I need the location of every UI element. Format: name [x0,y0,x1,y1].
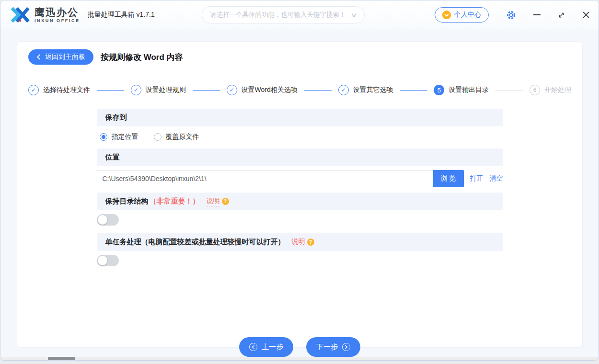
keep-structure-warning: （非常重要！） [150,197,200,206]
step-connector [193,90,220,91]
page-title: 按规则修改 Word 内容 [101,52,183,63]
close-button[interactable] [582,11,590,19]
keep-structure-toggle[interactable] [97,214,119,226]
desktop-strip [0,357,599,360]
chevron-left-icon [36,54,41,60]
prev-step-button[interactable]: 上一步 [239,337,293,357]
step-number: 5 [434,85,444,95]
location-input-row: 浏 览 打开 清空 [97,170,503,187]
single-task-title: 单任务处理（电脑配置较差或批量处理较慢时可以打开） [105,238,285,247]
step-2[interactable]: ✓设置处理规则 [131,85,186,95]
card-header: 返回到主面板 按规则修改 Word 内容 [17,42,582,72]
restore-button[interactable] [558,11,565,19]
step-connector [304,90,332,91]
page-body: 返回到主面板 按规则修改 Word 内容 ✓选择待处理文件✓设置处理规则✓设置W… [0,29,599,361]
radio-label: 覆盖原文件 [166,133,199,141]
titlebar-controls: 个人中心 [435,0,590,29]
single-task-help-link[interactable]: 说明 [292,238,305,247]
step-label: 设置处理规则 [146,86,186,94]
settings-gear-icon[interactable] [506,10,516,20]
circle-chevron-left-icon [249,343,257,351]
function-select[interactable]: 请选择一个具体的功能，也可输入关键字搜索！ ∨ [202,6,365,23]
toggle-knob [98,256,107,265]
step-label: 选择待处理文件 [43,86,90,94]
output-path-input[interactable] [97,170,433,187]
step-label: 开始处理 [544,86,571,94]
main-card: 返回到主面板 按规则修改 Word 内容 ✓选择待处理文件✓设置处理规则✓设置W… [17,41,583,348]
radio-label: 指定位置 [112,133,138,141]
save-to-header-label: 保存到 [105,113,127,122]
step-check-icon: ✓ [227,85,237,95]
location-header-label: 位置 [105,153,120,162]
browse-button[interactable]: 浏 览 [433,170,464,187]
user-center-button[interactable]: 个人中心 [435,7,489,23]
clear-link[interactable]: 清空 [490,174,503,183]
chevron-down-icon: ∨ [351,11,357,19]
step-3[interactable]: ✓设置Word相关选项 [227,85,298,95]
minimize-icon [533,14,541,15]
brand-name: 鹰迅办公 [35,7,80,17]
step-label: 设置输出目录 [449,86,489,94]
single-task-toggle-row [97,255,503,266]
single-task-toggle[interactable] [97,255,119,266]
next-step-button[interactable]: 下一步 [306,337,360,357]
step-number: 6 [530,85,540,95]
title-bar: 鹰迅办公 INXUN OFFICE 批量处理工具箱 v1.7.1 请选择一个具体… [0,0,599,29]
resize-icon [558,11,565,19]
step-indicator: ✓选择待处理文件✓设置处理规则✓设置Word相关选项✓设置其它选项5设置输出目录… [17,72,582,104]
form-content: 保存到 指定位置覆盖原文件 位置 浏 览 打开 清空 保持目录结构 （非常重要！… [97,109,503,266]
save-to-options: 指定位置覆盖原文件 [97,126,503,148]
step-label: 设置Word相关选项 [242,86,298,94]
logo: 鹰迅办公 INXUN OFFICE [10,6,80,23]
prev-step-label: 上一步 [262,342,283,352]
location-header: 位置 [97,148,503,166]
radio-icon [154,133,161,141]
toggle-knob [98,215,107,225]
step-label: 设置其它选项 [353,86,393,94]
question-icon[interactable]: ? [307,239,314,246]
step-6[interactable]: 6开始处理 [530,85,571,95]
step-1[interactable]: ✓选择待处理文件 [28,85,90,95]
single-task-header: 单任务处理（电脑配置较差或批量处理较慢时可以打开） 说明 ? [97,233,503,251]
step-check-icon: ✓ [131,85,141,95]
wizard-footer: 上一步 下一步 [17,337,582,357]
minimize-button[interactable] [533,14,541,15]
step-connector [97,90,124,91]
close-icon [582,11,590,19]
step-check-icon: ✓ [28,85,39,95]
brand-text: 鹰迅办公 INXUN OFFICE [35,7,80,23]
keep-structure-title: 保持目录结构 [105,197,149,206]
question-icon[interactable]: ? [222,198,229,205]
app-version-title: 批量处理工具箱 v1.7.1 [88,11,155,19]
radio-option[interactable]: 指定位置 [100,133,138,141]
circle-chevron-right-icon [342,343,350,351]
back-button[interactable]: 返回到主面板 [28,49,93,65]
open-link[interactable]: 打开 [470,174,484,183]
step-connector [400,90,427,91]
user-center-label: 个人中心 [454,11,481,19]
app-window: 鹰迅办公 INXUN OFFICE 批量处理工具箱 v1.7.1 请选择一个具体… [0,0,599,361]
next-step-label: 下一步 [316,342,338,352]
step-4[interactable]: ✓设置其它选项 [338,85,393,95]
function-select-placeholder: 请选择一个具体的功能，也可输入关键字搜索！ [210,11,346,19]
step-check-icon: ✓ [338,85,349,95]
vip-icon [442,11,451,19]
step-5[interactable]: 5设置输出目录 [434,85,489,95]
logo-icon [10,6,30,23]
keep-structure-header: 保持目录结构 （非常重要！） 说明 ? [97,193,503,210]
brand-subtitle: INXUN OFFICE [35,19,80,23]
back-button-label: 返回到主面板 [45,53,85,61]
radio-icon [100,133,107,141]
save-to-header: 保存到 [97,109,503,126]
keep-structure-toggle-row [97,214,503,226]
desktop-strip-segment [48,357,75,360]
keep-structure-help-link[interactable]: 说明 [207,197,220,206]
step-connector [495,90,523,91]
radio-option[interactable]: 覆盖原文件 [154,133,199,141]
